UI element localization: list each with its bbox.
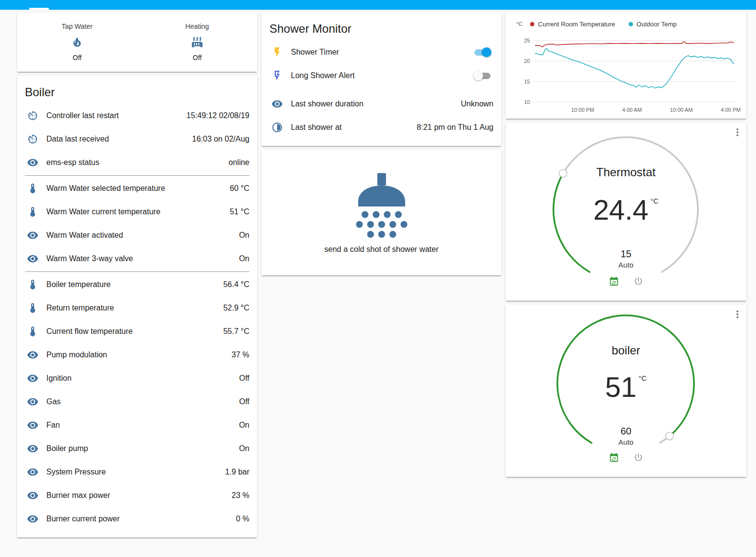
entity-name: Long Shower Alert <box>291 71 473 80</box>
legend-dot <box>629 22 633 26</box>
svg-text:20: 20 <box>524 58 530 64</box>
entity-name: Current flow temperature <box>46 327 219 336</box>
entity-value: 15:49:12 02/08/19 <box>186 111 249 120</box>
entity-name: Burner max power <box>46 491 228 500</box>
entity-value: 51 °C <box>230 207 249 216</box>
legend-label: Outdoor Temp <box>636 21 676 28</box>
history-graph-card: °C Current Room TemperatureOutdoor Temp … <box>506 12 746 119</box>
entity-row[interactable]: Pump modulation37 % <box>25 343 249 367</box>
eye-icon <box>27 490 39 501</box>
entity-value: Off <box>239 397 249 406</box>
entity-value: Unknown <box>461 100 493 108</box>
entity-value: Off <box>239 374 249 383</box>
entity-value: online <box>228 158 249 167</box>
dial-title: Thermostat <box>506 165 746 179</box>
entity-row[interactable]: Warm Water activatedOn <box>25 224 249 247</box>
menu-icon[interactable] <box>732 126 743 138</box>
entity-value: 37 % <box>232 351 249 359</box>
entity-row[interactable]: Last shower at8:21 pm on Thu 1 Aug <box>269 116 493 139</box>
entity-name: Pump modulation <box>46 351 228 359</box>
entity-row[interactable]: Boiler pumpOn <box>25 437 249 460</box>
boiler-card: Boiler Controller last restart15:49:12 0… <box>17 76 257 537</box>
entity-value: 52.9 °C <box>223 304 249 312</box>
entity-row[interactable]: Current flow temperature55.7 °C <box>25 320 249 343</box>
shower-button-label: send a cold shot of shower water <box>325 245 439 254</box>
tapwater-heating-card: Tap WaterOffHeatingOff <box>17 12 257 72</box>
entity-name: Gas <box>46 397 235 406</box>
timer-icon <box>27 110 39 122</box>
svg-text:25: 25 <box>524 38 530 43</box>
svg-text:10:00 PM: 10:00 PM <box>571 107 594 113</box>
entity-value: 1.9 bar <box>225 468 249 476</box>
eye-icon <box>271 98 283 110</box>
chart-line <box>535 49 734 88</box>
entity-row[interactable]: Return temperature52.9 °C <box>25 296 249 320</box>
entity-value: 56.4 °C <box>223 280 249 289</box>
entity-name: Burner current power <box>46 515 232 523</box>
entity-row[interactable]: Long Shower Alert <box>269 64 493 87</box>
entity-row[interactable]: GasOff <box>25 390 249 413</box>
svg-text:4:00 PM: 4:00 PM <box>721 107 740 113</box>
dial-actions <box>506 452 746 463</box>
thermometer-icon <box>27 183 39 194</box>
entity-row[interactable]: Warm Water 3-way valveOn <box>25 247 249 270</box>
toggle-switch[interactable] <box>473 71 491 81</box>
entity-value: On <box>239 444 249 453</box>
chart-line <box>535 42 734 47</box>
hvac-mode: Auto <box>506 438 746 446</box>
glance-item-heating[interactable]: HeatingOff <box>137 22 257 62</box>
entity-row[interactable]: Burner current power0 % <box>25 507 249 531</box>
temperature-value: 24.4 <box>593 196 649 224</box>
left-column: Tap WaterOffHeatingOff Boiler Controller… <box>17 12 257 537</box>
glance-item-tap-water[interactable]: Tap WaterOff <box>17 22 137 62</box>
card-title: Shower Monitor <box>262 12 501 41</box>
dashboard: Tap WaterOffHeatingOff Boiler Controller… <box>0 10 756 542</box>
legend-item: Current Room Temperature <box>530 21 615 28</box>
entity-row[interactable]: Warm Water current temperature51 °C <box>25 200 249 224</box>
eye-icon <box>27 372 39 384</box>
hvac-mode: Auto <box>506 261 746 269</box>
toggle-switch[interactable] <box>473 47 491 57</box>
entity-value: On <box>239 421 249 430</box>
entity-row[interactable]: Last shower durationUnknown <box>269 92 493 116</box>
entity-name: Controller last restart <box>46 111 183 120</box>
radiator-icon <box>137 36 257 48</box>
thermometer-icon <box>27 206 39 218</box>
calendar-sync-icon[interactable] <box>609 452 619 463</box>
current-temperature: 24.4 °C <box>506 196 746 224</box>
entity-row[interactable]: Controller last restart15:49:12 02/08/19 <box>25 104 249 127</box>
y-axis-unit: °C <box>516 21 522 27</box>
power-icon[interactable] <box>633 452 644 463</box>
entity-value: On <box>239 231 249 240</box>
fire-icon <box>17 36 137 48</box>
temperature-unit: °C <box>638 374 647 382</box>
eye-icon <box>27 419 39 431</box>
power-icon[interactable] <box>633 276 644 287</box>
glance-label: Tap Water <box>17 22 137 30</box>
entity-row[interactable]: Burner max power23 % <box>25 484 249 507</box>
active-tab-indicator[interactable] <box>29 8 49 10</box>
entity-row[interactable]: System Pressure1.9 bar <box>25 460 249 484</box>
shower-icon <box>345 172 419 241</box>
temperature-unit: °C <box>651 197 659 205</box>
svg-text:15: 15 <box>524 79 530 84</box>
entity-row[interactable]: Data last received16:03 on 02/Aug <box>25 127 249 151</box>
clock-half-icon <box>271 122 283 133</box>
entity-row[interactable]: FanOn <box>25 413 249 437</box>
entity-value: 60 °C <box>230 184 249 193</box>
entity-row[interactable]: Shower Timer <box>269 41 493 64</box>
flash-outline-icon <box>271 70 283 82</box>
glance-state: Off <box>137 54 257 62</box>
entity-row[interactable]: IgnitionOff <box>25 367 249 390</box>
menu-icon[interactable] <box>732 309 743 320</box>
entity-row[interactable]: Boiler temperature56.4 °C <box>25 273 249 296</box>
entity-name: Shower Timer <box>291 48 473 57</box>
shower-button-card[interactable]: send a cold shot of shower water <box>262 150 501 275</box>
entity-value: 55.7 °C <box>223 327 249 336</box>
middle-column: Shower Monitor Shower TimerLong Shower A… <box>262 12 501 275</box>
entity-row[interactable]: Warm Water selected temperature60 °C <box>25 177 249 200</box>
svg-text:10: 10 <box>524 99 530 105</box>
calendar-sync-icon[interactable] <box>609 276 619 287</box>
entity-row[interactable]: ems-esp statusonline <box>25 151 249 174</box>
entity-name: Warm Water 3-way valve <box>46 254 235 263</box>
